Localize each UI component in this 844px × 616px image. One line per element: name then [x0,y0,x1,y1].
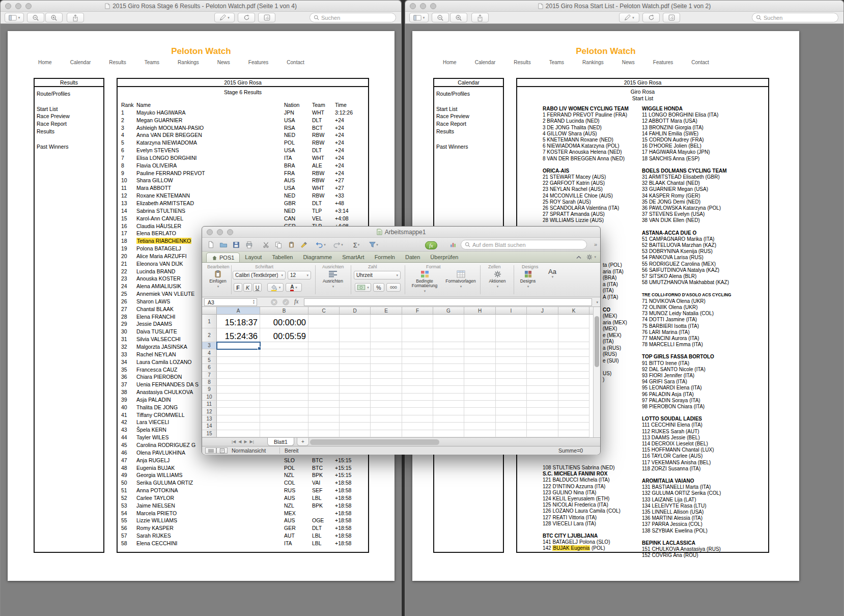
nav-link-calendar[interactable]: Calendar [70,60,91,65]
cell-F9[interactable] [402,386,433,393]
sidebar-link[interactable]: Race Preview [37,113,103,120]
cell-K15[interactable] [558,430,589,437]
cell-D8[interactable] [340,379,371,386]
ribbon-settings-button[interactable]: ▾ [586,254,596,260]
cell-B15[interactable] [260,430,308,437]
cell-C7[interactable] [308,372,340,379]
cell-G15[interactable] [433,430,464,437]
cell-C10[interactable] [308,394,340,401]
cell-J4[interactable] [527,349,558,356]
cell-D7[interactable] [340,372,371,379]
print-icon[interactable] [243,239,255,250]
cell-G14[interactable] [433,423,464,430]
nav-link-contact[interactable]: Contact [691,60,709,65]
cell-K7[interactable] [558,372,589,379]
cell-I4[interactable] [496,349,527,356]
cell-H2[interactable] [464,328,496,342]
cell-J10[interactable] [527,394,558,401]
cell-E15[interactable] [371,430,402,437]
cell-A8[interactable] [217,379,260,386]
cell-F2[interactable] [402,328,433,342]
search-field[interactable] [310,13,396,22]
cell-I14[interactable] [496,423,527,430]
cell-J11[interactable] [527,401,558,408]
cell-C15[interactable] [308,430,340,437]
cell-H15[interactable] [464,430,496,437]
window-titlebar[interactable]: 2015 Giro Rosa Start List - Peloton Watc… [405,1,843,12]
cell-H7[interactable] [464,372,496,379]
cell-H9[interactable] [464,386,496,393]
markup-button[interactable]: ▾ [619,13,639,22]
cell-F6[interactable] [402,364,433,371]
cancel-entry-button[interactable]: ✕ [271,299,277,305]
cell-B6[interactable] [260,364,308,371]
cell-H4[interactable] [464,349,496,356]
cell-actions-button[interactable]: Aktionen ▾ [483,269,512,296]
cell-J5[interactable] [527,357,558,364]
search-input[interactable] [764,15,834,21]
bold-button[interactable]: F [234,283,242,292]
number-format-select[interactable]: Uhrzeit▾ [354,271,401,279]
cell-I5[interactable] [496,357,527,364]
row-header-10[interactable]: 10 [202,394,217,401]
cell-F15[interactable] [402,430,433,437]
nav-link-calendar[interactable]: Calendar [475,60,496,65]
sort-icon[interactable]: ▾ [368,239,379,250]
cell-I3[interactable] [496,342,527,349]
cell-B2[interactable]: 00:05:59 [260,328,308,342]
cell-J15[interactable] [527,430,558,437]
zoom-in-button[interactable] [450,13,467,22]
share-button[interactable] [67,13,84,22]
cell-K11[interactable] [558,401,589,408]
insert-function-button[interactable]: fx [294,298,298,304]
open-icon[interactable] [218,239,229,250]
nav-link-features[interactable]: Features [653,60,673,65]
window-titlebar[interactable]: Arbeitsmappe1 [202,227,600,238]
cell-C11[interactable] [308,401,340,408]
cell-D10[interactable] [340,394,371,401]
cell-A4[interactable] [217,349,260,356]
row-header-1[interactable]: 1 [202,315,217,328]
sidebar-link[interactable]: Race Preview [436,113,503,120]
cell-I11[interactable] [496,401,527,408]
cell-E12[interactable] [371,408,402,415]
chart-icon[interactable] [447,239,459,250]
cell-E4[interactable] [371,349,402,356]
cell-I9[interactable] [496,386,527,393]
cell-I8[interactable] [496,379,527,386]
close-button[interactable] [5,3,11,9]
sheet-search-field[interactable] [461,240,587,249]
selection-A3[interactable] [216,342,261,350]
cell-styles-button[interactable]: Formatvorlagen ▾ [444,269,477,296]
cell-K6[interactable] [558,364,589,371]
row-header-9[interactable]: 9 [202,386,217,393]
sidebar-view-button[interactable]: ▾ [5,13,24,22]
cell-F10[interactable] [402,394,433,401]
cell-E9[interactable] [371,386,402,393]
cell-D11[interactable] [340,401,371,408]
underline-button[interactable]: U [253,283,262,292]
cell-C1[interactable] [308,315,340,328]
cell-I2[interactable] [496,328,527,342]
thousands-button[interactable]: 000 [386,283,401,292]
cell-A5[interactable] [217,357,260,364]
font-name-select[interactable]: Calibri (Textkörper)▾ [233,271,286,279]
nav-link-news[interactable]: News [622,60,635,65]
rotate-button[interactable] [238,13,255,22]
minimize-button[interactable] [420,3,426,9]
cell-I15[interactable] [496,430,527,437]
sidebar-link[interactable]: Past Winners [436,143,503,151]
save-icon[interactable] [231,239,242,250]
copy-icon[interactable] [273,239,284,250]
ribbon-tab-tabellen[interactable]: Tabellen [267,253,298,262]
nav-link-rankings[interactable]: Rankings [178,60,199,65]
cell-B7[interactable] [260,372,308,379]
cell-G6[interactable] [433,364,464,371]
row-header-11[interactable]: 11 [202,401,217,408]
cell-E8[interactable] [371,379,402,386]
cell-G4[interactable] [433,349,464,356]
cell-G9[interactable] [433,386,464,393]
add-sheet-button[interactable]: + [297,438,309,446]
cell-J12[interactable] [527,408,558,415]
column-header-C[interactable]: C [308,307,340,315]
